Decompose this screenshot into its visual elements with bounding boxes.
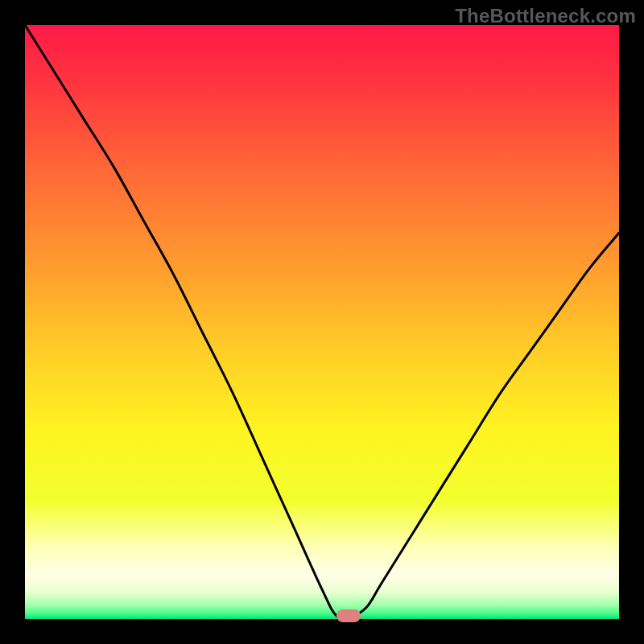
optimal-point-marker bbox=[336, 609, 361, 622]
chart-frame: TheBottleneck.com bbox=[0, 0, 644, 644]
svg-rect-0 bbox=[25, 25, 619, 619]
bottleneck-chart bbox=[0, 0, 644, 644]
